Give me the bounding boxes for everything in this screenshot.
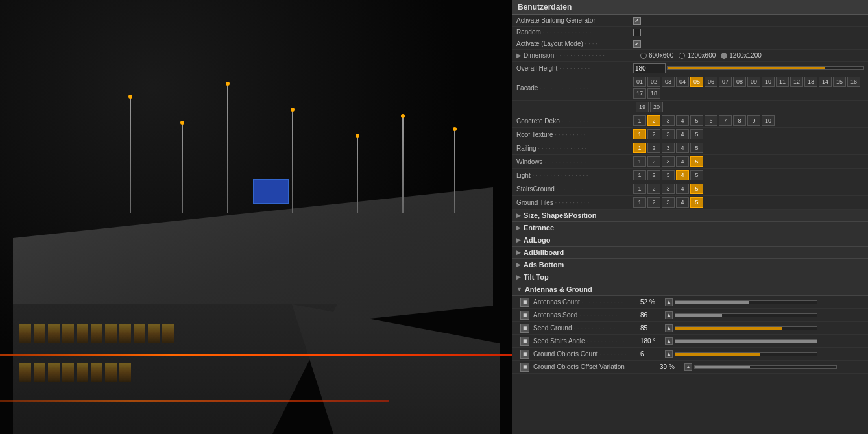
windows-4[interactable]: 4	[676, 156, 689, 167]
prop-overall-height[interactable]: Overall Height · · · · · · · · ·	[512, 62, 868, 75]
stairs-ground-3[interactable]: 3	[662, 184, 675, 194]
prop-seed-stairs-angle[interactable]: ◼ Seed Stairs Angle · · · · · · · · · · …	[512, 335, 868, 348]
prop-concrete-deko[interactable]: Concrete Deko · · · · · · · · 1 2 3 4 5 …	[512, 114, 868, 128]
concrete-deko-7[interactable]: 7	[719, 115, 732, 126]
prop-facade-row2[interactable]: 19 20	[512, 101, 868, 114]
facade-09[interactable]: 09	[747, 77, 760, 87]
dimension-option-600x600[interactable]: 600x600	[640, 52, 673, 59]
ground-tiles-3[interactable]: 3	[662, 197, 675, 208]
light-2[interactable]: 2	[647, 170, 660, 180]
prop-seed-ground[interactable]: ◼ Seed Ground · · · · · · · · · · · · · …	[512, 322, 868, 335]
random-checkbox[interactable]	[633, 29, 641, 36]
roof-texture-5[interactable]: 5	[690, 129, 703, 139]
facade-11[interactable]: 11	[776, 77, 789, 87]
concrete-deko-6[interactable]: 6	[705, 115, 717, 126]
antennas-seed-icon[interactable]: ◼	[520, 311, 529, 320]
dimension-option-1200x600[interactable]: 1200x600	[679, 52, 716, 59]
antennas-seed-spin[interactable]: ▲	[665, 311, 673, 319]
windows-5[interactable]: 5	[690, 156, 703, 167]
facade-03[interactable]: 03	[662, 77, 675, 87]
facade-12[interactable]: 12	[790, 77, 803, 87]
overall-height-input[interactable]	[633, 63, 666, 73]
section-antennas-ground[interactable]: ▼ Antennas & Ground	[512, 283, 868, 296]
facade-02[interactable]: 02	[647, 77, 660, 87]
seed-stairs-angle-spin[interactable]: ▲	[665, 337, 673, 345]
prop-activate-layout[interactable]: Activate (Layout Mode) · · · · ✓	[512, 38, 868, 50]
ground-objects-offset-icon[interactable]: ◼	[520, 363, 529, 372]
facade-07[interactable]: 07	[719, 77, 732, 87]
prop-ground-objects-offset[interactable]: ◼ Ground Objects Offset Variation 39 % ▲	[512, 361, 868, 374]
light-4[interactable]: 4	[676, 170, 689, 180]
facade-10[interactable]: 10	[762, 77, 775, 87]
concrete-deko-8[interactable]: 8	[733, 115, 746, 126]
activate-layout-checkbox[interactable]: ✓	[633, 40, 641, 48]
facade-13[interactable]: 13	[804, 77, 817, 87]
section-adlogo[interactable]: ▶ AdLogo	[512, 234, 868, 247]
prop-dimension[interactable]: ▶ Dimension · · · · · · · · · · · · · · …	[512, 50, 868, 62]
roof-texture-3[interactable]: 3	[662, 129, 675, 139]
facade-20[interactable]: 20	[650, 102, 663, 112]
railing-1[interactable]: 1	[633, 143, 646, 153]
facade-16[interactable]: 16	[847, 77, 860, 87]
ground-objects-count-spin[interactable]: ▲	[665, 350, 673, 358]
facade-05[interactable]: 05	[690, 77, 703, 87]
seed-ground-spin[interactable]: ▲	[665, 324, 673, 332]
stairs-ground-2[interactable]: 2	[647, 184, 660, 194]
dimension-radio-1200x600[interactable]	[679, 53, 685, 59]
prop-roof-texture[interactable]: Roof Texture · · · · · · · · · 1 2 3 4 5	[512, 128, 868, 141]
stairs-ground-4[interactable]: 4	[676, 184, 689, 194]
stairs-ground-1[interactable]: 1	[633, 184, 646, 194]
facade-04[interactable]: 04	[676, 77, 689, 87]
prop-activate-building-generator[interactable]: Activate Building Generator ✓	[512, 15, 868, 27]
dimension-option-1200x1200[interactable]: 1200x1200	[721, 52, 762, 59]
prop-windows[interactable]: Windows · · · · · · · · · · · · 1 2 3 4 …	[512, 155, 868, 169]
seed-ground-icon[interactable]: ◼	[520, 324, 529, 333]
prop-light[interactable]: Light · · · · · · · · · · · · · · · · 1 …	[512, 169, 868, 182]
antennas-count-icon[interactable]: ◼	[520, 298, 529, 307]
stairs-ground-5[interactable]: 5	[690, 184, 703, 194]
prop-antennas-count[interactable]: ◼ Antennas Count · · · · · · · · · · · ·…	[512, 296, 868, 309]
section-ads-bottom[interactable]: ▶ Ads Bottom	[512, 259, 868, 271]
facade-17[interactable]: 17	[633, 88, 646, 99]
prop-antennas-seed[interactable]: ◼ Antennas Seed · · · · · · · · · · · 86…	[512, 309, 868, 322]
activate-building-generator-checkbox[interactable]: ✓	[633, 17, 641, 25]
ground-objects-count-icon[interactable]: ◼	[520, 350, 529, 359]
concrete-deko-3[interactable]: 3	[662, 115, 675, 126]
section-size-shape-position[interactable]: ▶ Size, Shape&Position	[512, 210, 868, 222]
concrete-deko-4[interactable]: 4	[676, 115, 689, 126]
light-3[interactable]: 3	[662, 170, 675, 180]
antennas-count-slider[interactable]	[675, 300, 817, 304]
roof-texture-4[interactable]: 4	[676, 129, 689, 139]
windows-2[interactable]: 2	[647, 156, 660, 167]
facade-06[interactable]: 06	[705, 77, 717, 87]
ground-tiles-4[interactable]: 4	[676, 197, 689, 208]
windows-1[interactable]: 1	[633, 156, 646, 167]
prop-stairs-ground[interactable]: StairsGround · · · · · · · · · 1 2 3 4 5	[512, 182, 868, 196]
railing-5[interactable]: 5	[690, 143, 703, 153]
section-tilt-top[interactable]: ▶ Tilt Top	[512, 271, 868, 283]
facade-18[interactable]: 18	[647, 88, 660, 99]
railing-4[interactable]: 4	[676, 143, 689, 153]
ground-objects-offset-spin[interactable]: ▲	[684, 363, 692, 371]
facade-15[interactable]: 15	[833, 77, 846, 87]
light-1[interactable]: 1	[633, 170, 646, 180]
light-5[interactable]: 5	[690, 170, 703, 180]
ground-objects-offset-slider[interactable]	[694, 365, 837, 369]
windows-3[interactable]: 3	[662, 156, 675, 167]
prop-random[interactable]: Random · · · · · · · · · · · · · · ·	[512, 27, 868, 38]
facade-08[interactable]: 08	[733, 77, 746, 87]
concrete-deko-5[interactable]: 5	[690, 115, 703, 126]
concrete-deko-9[interactable]: 9	[747, 115, 760, 126]
seed-ground-slider[interactable]	[675, 326, 817, 330]
roof-texture-2[interactable]: 2	[647, 129, 660, 139]
facade-19[interactable]: 19	[636, 102, 649, 112]
ground-tiles-2[interactable]: 2	[647, 197, 660, 208]
prop-ground-tiles[interactable]: Ground Tiles · · · · · · · · · · 1 2 3 4…	[512, 196, 868, 210]
seed-stairs-angle-icon[interactable]: ◼	[520, 337, 529, 346]
concrete-deko-1[interactable]: 1	[633, 115, 646, 126]
ground-objects-count-slider[interactable]	[675, 352, 817, 356]
ground-tiles-1[interactable]: 1	[633, 197, 646, 208]
concrete-deko-10[interactable]: 10	[762, 115, 775, 126]
facade-01[interactable]: 01	[633, 77, 646, 87]
antennas-seed-slider[interactable]	[675, 313, 817, 317]
